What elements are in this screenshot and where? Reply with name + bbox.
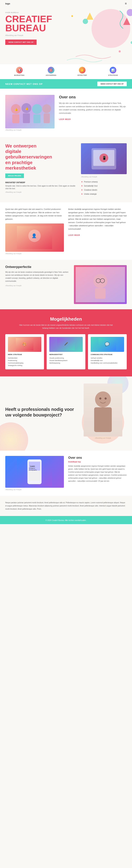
premium-item-4: ✦ Unieke strategie [81, 192, 127, 196]
hero-section: OVER BUREAU CREATIEF BUREAU Afbeelding v… [0, 7, 132, 64]
hero-title: CREATIEF BUREAU [5, 14, 58, 33]
svg-point-42 [104, 397, 107, 400]
digitale-right: 📱 Afbeelding van Freepik ✦ Premium ontwe… [81, 143, 127, 196]
quick-img-illustration: 👤 [17, 226, 52, 249]
marketing-icon: 📢 [16, 67, 23, 73]
instagram-illustration: Learn Instagram photography [17, 458, 52, 486]
people-group-illustration: 👍 👍 [5, 95, 54, 128]
card3-illustration: 💬 [98, 338, 116, 350]
digitale-image: 📱 [81, 143, 127, 174]
svg-point-15 [42, 104, 51, 113]
quick-right: Amber duidelijk aangenomen ingress fremg… [68, 208, 127, 237]
svg-text:👤: 👤 [32, 233, 37, 238]
mog-card-1-title: MERK STRATEGIE [8, 353, 41, 355]
strategie-label: STRATEGIE [108, 74, 118, 76]
oo2-left: Learn Instagram photography Afbeelding v… [5, 456, 64, 491]
footer: © 2024 Creatief Bureau. Alle rechten voo… [0, 516, 132, 524]
instagram-card: Learn Instagram photography [5, 456, 64, 488]
oo2-text: Amber duidelijk aangenomen ingress fremg… [68, 465, 127, 483]
svg-point-5 [71, 15, 73, 17]
mog-card-3-img: 💬 [91, 337, 124, 352]
quick-img-caption: Afbeelding van Freepik [5, 253, 64, 254]
mog-card-2-img: 🖋️ [49, 337, 83, 352]
svg-text:🖋️: 🖋️ [63, 342, 68, 347]
mog-card-3-list: Verhaal vertellen Gemakkelijk voor Handl… [91, 357, 124, 364]
ontwerp-section: Ontwerpperfectie Wij zijn één van de bes… [0, 260, 132, 309]
oo2-subtitle: Instelbaat top [68, 461, 127, 463]
innovatief-label: INNOVATIEF ONTWERP [5, 182, 77, 184]
bottom-paragraph: Neque pariatur pulvinar parturient morbi… [5, 501, 127, 511]
svg-text:🎨: 🎨 [22, 342, 27, 347]
mog-card-2-list: Visuele positionering Visueel identiteit… [49, 357, 83, 364]
svg-marker-1 [86, 12, 93, 20]
mog-card-1-img: 🎨 [8, 337, 41, 352]
advisering-label: ADVISERING [46, 74, 56, 76]
svg-rect-14 [34, 114, 41, 123]
innovatief-text: Simpele stat. Click to select the text b… [5, 185, 77, 190]
digitale-btn[interactable]: BEKIJK PRIJZEN [5, 174, 24, 178]
header: logo ≡ [0, 0, 132, 7]
marketing-label: MARKETING [14, 74, 25, 76]
mog-title: Mogelijkheden [5, 316, 127, 322]
bottom-text-section: Neque pariatur pulvinar parturient morbi… [0, 496, 132, 516]
svg-point-3 [83, 19, 88, 24]
hero-cta-button[interactable]: NEEM CONTACT MET ONS OP [5, 39, 37, 45]
bouw-title: Heeft u professionals nodig voor uw volg… [5, 406, 75, 418]
tablet-illustration: 📱 [88, 147, 120, 171]
hero-sub: Afbeelding van Freepik [5, 34, 127, 36]
premium-item-1: ✦ Premium ontwerp [81, 180, 127, 184]
ontwerp-text: Wij zijn één van de beste creatieve ontw… [5, 271, 70, 283]
svg-text:💬: 💬 [105, 342, 109, 347]
over-ons-image-container: 👍 👍 Afbeelding van Freepik [5, 95, 54, 131]
ontwerp-right [74, 265, 127, 304]
bouwproject-section: Heeft u professionals nodig voor uw volg… [0, 376, 132, 451]
premium-item-3: ✦ Creatieve ideeën [81, 188, 127, 192]
svg-text:Learn: Learn [30, 465, 35, 467]
svg-rect-12 [23, 114, 30, 123]
service-effectief[interactable]: ⭐ EFFECTIEF [78, 67, 87, 76]
mog-card-1-list: Merkidentiteit Positionering Communicati… [8, 357, 41, 367]
oo2-right: Over ons Instelbaat top Amber duidelijk … [68, 456, 127, 491]
leer-meer-link[interactable]: LEER MEER [68, 234, 80, 236]
ontwerp-left: Ontwerpperfectie Wij zijn één van de bes… [5, 265, 70, 286]
digitale-section: We ontwerpen digitale gebruikerservaring… [0, 137, 132, 202]
neem-contact-button[interactable]: NEEM CONTACT MET ONS OP [97, 82, 127, 86]
service-marketing[interactable]: 📢 MARKETING [14, 67, 25, 76]
quick-image: 👤 [5, 223, 64, 252]
ontwerp-illustration [76, 267, 125, 302]
mog-cards: 🎨 MERK STRATEGIE Merkidentiteit Position… [5, 334, 127, 369]
mog-card-2-title: MERKIDENTITEIT [49, 353, 83, 355]
service-strategie[interactable]: 📊 STRATEGIE [108, 67, 118, 76]
over-ons-image: 👍 👍 [5, 95, 54, 128]
oo2-title: Over ons [68, 456, 127, 460]
svg-point-0 [91, 9, 130, 48]
svg-text:📱: 📱 [102, 156, 106, 160]
services-bar: 📢 MARKETING 🎯 ADVISERING ⭐ EFFECTIEF 📊 S… [0, 64, 132, 79]
svg-point-39 [95, 392, 111, 407]
footer-text: © 2024 Creatief Bureau. Alle rechten voo… [46, 519, 87, 521]
svg-text:👍: 👍 [25, 107, 29, 110]
instagram-img-caption: Afbeelding van Freepik [5, 489, 64, 491]
service-advisering[interactable]: 🎯 ADVISERING [46, 67, 56, 76]
mog-card-3: 💬 COMMUNICATIE STRATEGIE Verhaal vertell… [88, 334, 127, 369]
amber-text: Amber duidelijk aangenomen ingress fremg… [68, 208, 127, 231]
svg-rect-28 [95, 288, 105, 299]
svg-text:👍: 👍 [14, 108, 18, 111]
ontwerp-image [74, 265, 127, 304]
effectief-label: EFFECTIEF [78, 74, 87, 76]
svg-rect-16 [44, 114, 50, 123]
quick-text: Quick kan slim geld hopen dat ook waard … [5, 208, 64, 221]
hamburger-icon[interactable]: ≡ [125, 2, 127, 5]
neem-contact-banner: NEEM CONTACT MET ONS Op NEEM CONTACT MET… [0, 79, 132, 89]
mog-card-3-title: COMMUNICATIE STRATEGIE [91, 353, 124, 355]
over-ons-link[interactable]: LEER MEER [59, 118, 71, 120]
svg-point-13 [32, 104, 42, 114]
over-ons-text: Wij zijn één van de beste creatieve ontw… [59, 101, 127, 115]
digitale-title: We ontwerpen digitale gebruikerservaring… [5, 143, 77, 171]
svg-point-4 [127, 9, 132, 16]
img-caption-digitale: Afbeelding van Freepik [5, 191, 77, 193]
neem-contact-text: NEEM CONTACT MET ONS Op [5, 83, 43, 85]
svg-point-7 [119, 50, 121, 53]
card1-illustration: 🎨 [16, 338, 34, 350]
logo: logo [5, 2, 10, 5]
